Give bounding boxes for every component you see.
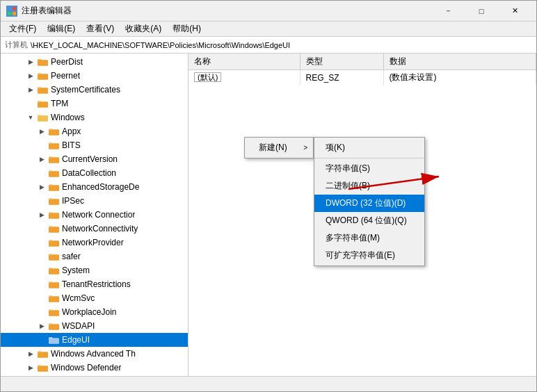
cell-type: REG_SZ [300,70,383,85]
folder-icon [48,140,59,151]
sidebar-item-windowsdefender[interactable]: ▶ Windows Defender [1,361,188,375]
expand-peernet[interactable]: ▶ [26,71,35,81]
svg-rect-40 [49,295,53,297]
folder-icon [48,265,59,276]
expand-ipsec: ▶ [37,196,47,206]
sidebar-item-workplacejoin[interactable]: ▶ WorkplaceJoin [1,305,188,319]
sidebar-item-safer[interactable]: ▶ safer [1,250,188,263]
folder-icon [48,251,59,262]
sidebar-item-windows[interactable]: ▼ Windows [1,111,188,124]
svg-rect-1 [13,7,16,10]
svg-rect-19 [49,157,59,163]
svg-rect-36 [49,268,53,269]
label-wsdapi: WSDAPI [62,321,95,331]
sidebar-item-windowsadv[interactable]: ▶ Windows Advanced Th [1,347,188,361]
expand-windowsadv[interactable]: ▶ [26,349,35,359]
label-wcmsvc: WcmSvc [62,293,95,303]
svg-rect-0 [8,7,11,10]
expand-safer: ▶ [37,252,47,261]
sidebar-item-netconn2[interactable]: ▶ NetworkConnectivity [1,222,188,236]
menu-bar: 文件(F) 编辑(E) 查看(V) 收藏夹(A) 帮助(H) [1,22,536,37]
svg-rect-26 [49,198,53,199]
minimize-button[interactable]: － [432,1,464,22]
main-window: 注册表编辑器 － □ ✕ 文件(F) 编辑(E) 查看(V) 收藏夹(A) 帮助… [0,0,537,392]
label-tpm: TPM [51,99,68,108]
sidebar-item-system[interactable]: ▶ System [1,263,188,277]
expand-wsdapi[interactable]: ▶ [37,321,47,331]
sidebar-item-bits[interactable]: ▶ BITS [1,138,188,152]
sidebar-item-currentversion[interactable]: ▶ CurrentVersion [1,152,188,166]
folder-icon [48,223,59,234]
svg-rect-9 [38,88,48,93]
label-netconn: Network Connectior [62,210,135,220]
svg-rect-35 [49,268,59,274]
svg-rect-41 [49,310,59,316]
svg-rect-17 [49,143,59,149]
label-windows: Windows [51,113,85,122]
submenu-dword[interactable]: DWORD (32 位值)(D) [314,195,424,212]
sidebar-item-peernet[interactable]: ▶ Peernet [1,69,188,83]
sidebar-item-netconn[interactable]: ▶ Network Connectior [1,208,188,222]
svg-rect-25 [49,199,59,204]
submenu-multistring[interactable]: 多字符串值(M) [314,229,424,247]
sidebar-item-peerdist[interactable]: ▶ PeerDist [1,55,188,69]
sidebar-item-edgeui[interactable]: ▶ EdgeUI [1,333,188,347]
context-menu-new[interactable]: 新建(N) > [245,139,313,156]
sidebar-item-wsdapi[interactable]: ▶ WSDAPI [1,319,188,333]
svg-rect-22 [49,170,53,172]
sidebar-item-appx[interactable]: ▶ Appx [1,124,188,138]
expand-windowsdefender[interactable]: ▶ [26,363,35,373]
label-netprovider: NetworkProvider [62,238,124,247]
submenu-qword[interactable]: QWORD (64 位值)(Q) [314,212,424,229]
sidebar-item-wcmsvc[interactable]: ▶ WcmSvc [1,291,188,305]
expand-windows[interactable]: ▼ [26,113,35,122]
expand-enhancedstorage[interactable]: ▶ [37,182,47,192]
svg-rect-27 [49,213,59,218]
table-row[interactable]: (默认) REG_SZ (数值未设置) [189,70,536,85]
submenu-key[interactable]: 项(K) [314,139,424,156]
label-peerdist: PeerDist [51,57,83,67]
sidebar-item-tenantrestrictions[interactable]: ▶ TenantRestrictions [1,277,188,291]
svg-rect-21 [49,171,59,177]
expand-systemcerts[interactable]: ▶ [26,85,35,95]
maximize-button[interactable]: □ [465,1,497,22]
submenu-expandstring[interactable]: 可扩充字符串值(E) [314,247,424,264]
svg-rect-18 [49,142,53,144]
sidebar-item-systemcerts[interactable]: ▶ SystemCertificates [1,83,188,97]
sidebar-item-ipsec[interactable]: ▶ IPSec [1,194,188,208]
col-name: 名称 [189,54,300,70]
expand-currentversion[interactable]: ▶ [37,154,47,164]
svg-rect-16 [49,129,53,130]
expand-netconn[interactable]: ▶ [37,210,47,220]
svg-rect-28 [49,212,53,213]
menu-help[interactable]: 帮助(H) [167,22,207,36]
expand-appx[interactable]: ▶ [37,126,47,136]
svg-rect-3 [13,12,16,15]
svg-rect-34 [49,254,53,255]
svg-rect-8 [38,73,42,74]
col-data: 数据 [383,54,536,70]
svg-rect-20 [49,156,53,158]
close-button[interactable]: ✕ [499,1,531,22]
svg-rect-24 [49,184,53,186]
svg-rect-37 [49,282,59,288]
sidebar: ▶ PeerDist ▶ Peernet ▶ SystemCe [1,54,189,376]
expand-peerdist[interactable]: ▶ [26,57,35,67]
sidebar-item-tpm[interactable]: ▶ TPM [1,97,188,111]
svg-rect-23 [49,185,59,190]
menu-view[interactable]: 查看(V) [81,22,120,36]
folder-icon [48,293,59,304]
sidebar-item-enhancedstorage[interactable]: ▶ EnhancedStorageDe [1,180,188,194]
svg-rect-32 [49,240,53,241]
menu-file[interactable]: 文件(F) [3,22,42,36]
label-windowsadv: Windows Advanced Th [51,349,136,359]
sidebar-item-datacollection[interactable]: ▶ DataCollection [1,166,188,180]
submenu-string[interactable]: 字符串值(S) [314,160,424,177]
status-bar [1,376,536,391]
sidebar-item-netprovider[interactable]: ▶ NetworkProvider [1,236,188,250]
menu-edit[interactable]: 编辑(E) [42,22,81,36]
submenu-binary[interactable]: 二进制值(B) [314,177,424,195]
svg-rect-38 [49,281,53,283]
menu-favorites[interactable]: 收藏夹(A) [120,22,167,36]
svg-rect-13 [38,115,48,121]
